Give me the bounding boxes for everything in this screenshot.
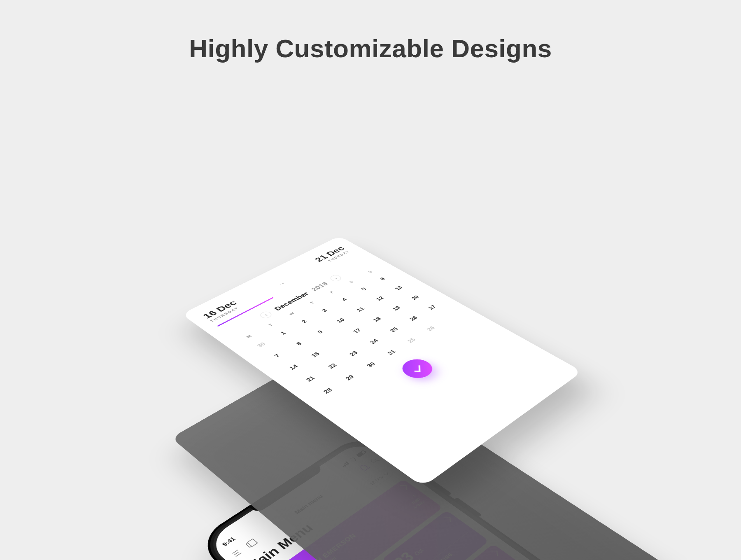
confirm-button[interactable]: [396, 355, 438, 382]
calendar-day[interactable]: 31: [377, 343, 407, 362]
calendar-day[interactable]: 20: [402, 290, 429, 306]
calendar-day[interactable]: 5: [350, 282, 378, 297]
calendar-day[interactable]: 21: [295, 369, 326, 389]
calendar-day[interactable]: 23: [339, 345, 369, 363]
calendar-day[interactable]: 25: [380, 321, 409, 338]
status-time: 9:41: [221, 536, 237, 548]
calendar-day[interactable]: 11: [347, 301, 375, 318]
calendar-day[interactable]: 4: [331, 292, 359, 308]
copy-icon[interactable]: [245, 541, 254, 548]
calendar-day[interactable]: 16: [322, 334, 352, 352]
calendar-day[interactable]: 27: [419, 299, 447, 315]
calendar-day[interactable]: 14: [278, 358, 309, 377]
calendar-day[interactable]: 15: [301, 346, 331, 364]
calendar-day[interactable]: 18: [363, 311, 391, 328]
calendar-day[interactable]: 12: [366, 291, 394, 306]
calendar-day[interactable]: 26: [399, 310, 428, 327]
calendar-day[interactable]: 6: [369, 271, 396, 286]
next-month-button[interactable]: ›: [328, 274, 343, 282]
calendar-day: [436, 309, 464, 326]
calendar-day[interactable]: 10: [326, 312, 355, 329]
calendar-day[interactable]: 9: [306, 324, 335, 341]
calendar-day[interactable]: 2: [290, 313, 319, 330]
prev-month-button[interactable]: ‹: [258, 310, 274, 319]
calendar-day[interactable]: 22: [317, 357, 348, 376]
calendar-day[interactable]: 28: [312, 381, 344, 401]
calendar-day[interactable]: 26: [417, 320, 445, 338]
calendar-day[interactable]: 7: [262, 347, 293, 365]
range-arrow-icon: →: [275, 280, 288, 287]
calendar-day[interactable]: 29: [335, 368, 366, 387]
calendar-day[interactable]: 30: [247, 336, 277, 354]
year-label: 2018: [309, 281, 330, 292]
calendar-day[interactable]: 8: [284, 335, 314, 353]
calendar-day[interactable]: 1: [268, 324, 298, 342]
calendar-day[interactable]: 19: [382, 301, 410, 317]
calendar-day[interactable]: 24: [360, 333, 389, 350]
calendar-day[interactable]: 30: [356, 356, 386, 375]
calendar-day[interactable]: 17: [343, 322, 372, 340]
calendar-day[interactable]: 25: [397, 332, 426, 350]
menu-icon[interactable]: [231, 548, 243, 558]
calendar-day[interactable]: 13: [385, 280, 412, 296]
check-icon: [414, 365, 420, 372]
calendar-day[interactable]: 3: [310, 303, 339, 319]
